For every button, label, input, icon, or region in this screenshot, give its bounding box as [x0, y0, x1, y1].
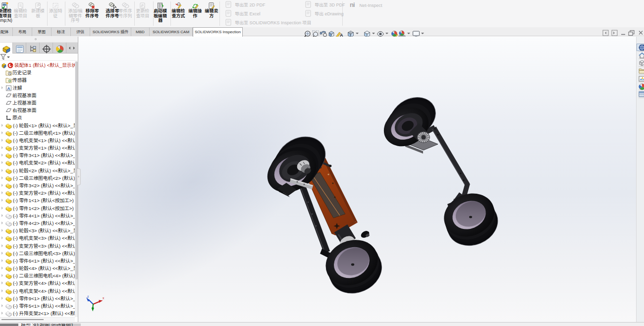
svg-text:x: x — [103, 296, 105, 300]
svg-text:z: z — [87, 295, 89, 298]
svg-text:A: A — [7, 86, 10, 91]
